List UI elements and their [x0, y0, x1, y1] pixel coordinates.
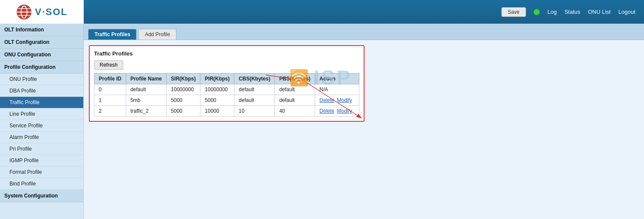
table-cell-action: DeleteModify	[315, 106, 359, 117]
sidebar: OLT Information OLT Configuration ONU Co…	[0, 24, 84, 219]
col-sir: SIR(Kbps)	[167, 74, 200, 84]
table-cell: default	[234, 84, 275, 95]
delete-link[interactable]: Delete	[319, 108, 334, 114]
isp-watermark: 🛜 ISP	[289, 66, 352, 89]
table-cell: 10000	[200, 106, 234, 117]
table-cell: 1	[94, 95, 126, 106]
refresh-button[interactable]: Refresh	[94, 60, 123, 70]
table-cell: default	[275, 95, 315, 106]
table-cell: 10000000	[200, 84, 234, 95]
col-profile-id: Profile ID	[94, 74, 126, 84]
table-row: 2traffic_25000100001040DeleteModify	[94, 106, 359, 117]
sidebar-item-olt-configuration[interactable]: OLT Configuration	[0, 36, 83, 49]
logo-text: V·SOL	[35, 6, 67, 18]
nav-onu-list[interactable]: ONU List	[588, 9, 611, 15]
col-pir: PIR(Kbps)	[200, 74, 234, 84]
status-indicator	[534, 9, 540, 15]
sidebar-item-onu-profile[interactable]: ONU Profile	[0, 74, 83, 85]
col-cbs: CBS(Kbytes)	[234, 74, 275, 84]
vsol-logo-icon	[16, 4, 32, 20]
tab-add-profile[interactable]: Add Profile	[138, 29, 176, 40]
header: V·SOL Save Log Status ONU List Logout	[0, 0, 644, 24]
table-cell: 5000	[167, 95, 200, 106]
table-cell: 5mb	[126, 95, 166, 106]
table-row: 15mb50005000defaultdefaultDeleteModify	[94, 95, 359, 106]
main-content: Traffic Profiles Add Profile Traffic Pro…	[84, 24, 644, 219]
sidebar-item-profile-configuration[interactable]: Profile Configuration	[0, 61, 83, 74]
table-cell: 5000	[200, 95, 234, 106]
sidebar-item-alarm-profile[interactable]: Alarm Profile	[0, 132, 83, 143]
modify-link[interactable]: Modify	[337, 97, 352, 103]
table-cell-action: DeleteModify	[315, 95, 359, 106]
save-button[interactable]: Save	[501, 7, 526, 17]
nav-status[interactable]: Status	[565, 9, 580, 15]
sidebar-item-service-profile[interactable]: Service Profile	[0, 120, 83, 132]
tab-bar: Traffic Profiles Add Profile	[84, 24, 644, 40]
logo-area: V·SOL	[0, 0, 84, 24]
sidebar-item-igmp-profile[interactable]: IGMP Profile	[0, 155, 83, 167]
col-profile-name: Profile Name	[126, 74, 166, 84]
sidebar-item-pri-profile[interactable]: Pri Profile	[0, 143, 83, 155]
sidebar-item-traffic-profile[interactable]: Traffic Profile	[0, 97, 83, 108]
sidebar-item-line-profile[interactable]: Line Profile	[0, 108, 83, 120]
profiles-box-title: Traffic Profiles	[94, 50, 359, 57]
table-cell: 0	[94, 84, 126, 95]
table-cell: 5000	[167, 106, 200, 117]
sidebar-item-system-configuration[interactable]: System Configuration	[0, 190, 83, 202]
nav-log[interactable]: Log	[547, 9, 557, 15]
sidebar-item-bind-profile[interactable]: Bind Profile	[0, 178, 83, 190]
isp-text: ISP	[314, 66, 352, 89]
tab-traffic-profiles[interactable]: Traffic Profiles	[88, 29, 137, 40]
table-cell: 40	[275, 106, 315, 117]
sidebar-item-olt-information[interactable]: OLT Information	[0, 24, 83, 36]
delete-link[interactable]: Delete	[319, 97, 334, 103]
table-cell: default	[126, 84, 166, 95]
sidebar-item-dba-profile[interactable]: DBA Profile	[0, 85, 83, 97]
table-cell: 10000000	[167, 84, 200, 95]
modify-link[interactable]: Modify	[337, 108, 352, 114]
sidebar-item-onu-configuration[interactable]: ONU Configuration	[0, 49, 83, 61]
header-nav: Save Log Status ONU List Logout	[501, 7, 635, 17]
content-area: Traffic Profiles Refresh Profile ID Prof…	[84, 40, 644, 127]
layout: OLT Information OLT Configuration ONU Co…	[0, 24, 644, 219]
table-cell: 10	[234, 106, 275, 117]
table-cell: default	[234, 95, 275, 106]
table-cell: 2	[94, 106, 126, 117]
wifi-icon: 🛜	[289, 69, 310, 87]
table-cell: traffic_2	[126, 106, 166, 117]
nav-logout[interactable]: Logout	[618, 9, 635, 15]
sidebar-item-format-profile[interactable]: Format Profile	[0, 167, 83, 178]
